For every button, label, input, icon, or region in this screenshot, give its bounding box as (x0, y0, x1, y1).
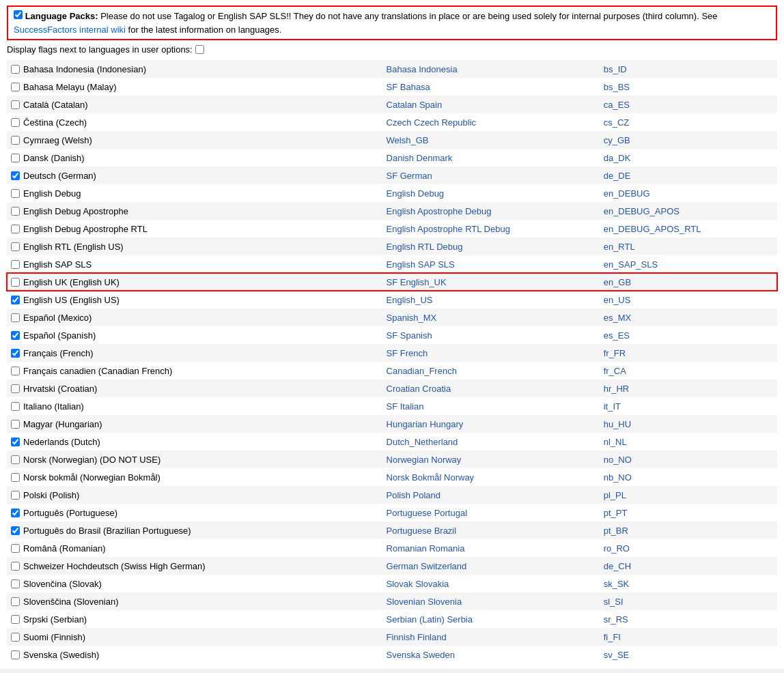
language-col3: sr_RS (600, 610, 777, 628)
language-checkbox[interactable] (11, 650, 20, 659)
language-checkbox[interactable] (11, 331, 20, 340)
language-row-label: Cymraeg (Welsh) (11, 135, 378, 145)
language-name: Magyar (Hungarian) (23, 419, 102, 429)
language-row-label: Español (Mexico) (11, 313, 378, 323)
language-checkbox[interactable] (11, 491, 20, 500)
language-col3: de_DE (600, 167, 777, 184)
language-checkbox[interactable] (11, 402, 20, 411)
language-checkbox[interactable] (11, 242, 20, 251)
table-row: Português (Portuguese)Portuguese Portuga… (7, 504, 777, 521)
language-row-label: Suomi (Finnish) (11, 632, 378, 642)
table-row: Čeština (Czech)Czech Czech Republiccs_CZ (7, 113, 777, 131)
language-checkbox[interactable] (11, 473, 20, 482)
language-checkbox[interactable] (11, 313, 20, 322)
language-checkbox[interactable] (11, 118, 20, 127)
language-col3: en_DEBUG (600, 184, 777, 202)
language-col2: Czech Czech Republic (382, 113, 600, 131)
language-packs-label: Language Packs: (25, 11, 98, 21)
table-row: Français (French)SF Frenchfr_FR (7, 344, 777, 362)
language-col2: Hungarian Hungary (382, 415, 600, 433)
language-checkbox[interactable] (11, 438, 20, 446)
language-checkbox[interactable] (11, 100, 20, 109)
language-col3: sk_SK (600, 575, 777, 592)
language-checkbox[interactable] (11, 189, 20, 198)
warning-body: Please do not use Tagalog or English SAP… (14, 11, 718, 35)
language-row-label: English RTL (English US) (11, 242, 378, 252)
display-flags-checkbox[interactable] (195, 45, 204, 54)
language-name: Slovenčina (Slovak) (23, 579, 102, 589)
language-checkbox[interactable] (11, 207, 20, 216)
language-row-label: Nederlands (Dutch) (11, 437, 378, 447)
table-row: Italiano (Italian)SF Italianit_IT (7, 397, 777, 415)
table-row: Norsk bokmål (Norwegian Bokmål)Norsk Bok… (7, 468, 777, 486)
table-row: Bahasa Indonesia (Indonesian)Bahasa Indo… (7, 60, 777, 78)
language-name: Suomi (Finnish) (23, 632, 85, 642)
language-row-label: Português do Brasil (Brazilian Portugues… (11, 526, 378, 536)
language-checkbox[interactable] (11, 562, 20, 571)
language-col3: it_IT (600, 397, 777, 415)
language-name: Español (Spanish) (23, 330, 96, 341)
language-col3: fr_FR (600, 344, 777, 362)
language-col3: fr_CA (600, 362, 777, 380)
language-row-label: Italiano (Italian) (11, 401, 378, 412)
language-col2: Catalan Spain (382, 96, 600, 113)
language-col2: Svenska Sweden (382, 646, 600, 663)
table-row: Norsk (Norwegian) (DO NOT USE)Norwegian … (7, 450, 777, 468)
table-row: Português do Brasil (Brazilian Portugues… (7, 521, 777, 539)
language-checkbox[interactable] (11, 455, 20, 464)
language-checkbox[interactable] (11, 260, 20, 269)
language-checkbox[interactable] (11, 579, 20, 588)
language-packs-checkbox[interactable] (14, 10, 23, 19)
wiki-link[interactable]: SuccessFactors internal wiki (14, 25, 126, 35)
language-checkbox[interactable] (11, 278, 20, 287)
language-row-label: Čeština (Czech) (11, 117, 378, 128)
language-checkbox[interactable] (11, 544, 20, 553)
table-row: English US (English US)English_USen_US (7, 291, 777, 309)
display-flags-text: Display flags next to languages in user … (7, 44, 193, 55)
language-name: English US (English US) (23, 295, 120, 305)
language-name: Italiano (Italian) (23, 401, 84, 412)
table-row: Español (Spanish)SF Spanishes_ES (7, 326, 777, 344)
language-row-label: Español (Spanish) (11, 330, 378, 341)
language-checkbox[interactable] (11, 367, 20, 375)
display-flags-section: Display flags next to languages in user … (7, 44, 777, 55)
language-checkbox[interactable] (11, 633, 20, 642)
table-row: Slovenščina (Slovenian)Slovenian Sloveni… (7, 592, 777, 610)
table-row: Română (Romanian)Romanian Romaniaro_RO (7, 539, 777, 557)
language-name: English Debug Apostrophe RTL (23, 224, 148, 234)
language-name: English Debug (23, 188, 81, 199)
language-checkbox[interactable] (11, 615, 20, 624)
language-checkbox[interactable] (11, 296, 20, 304)
language-name: Català (Catalan) (23, 100, 88, 110)
language-name: Français canadien (Canadian French) (23, 366, 172, 376)
language-checkbox[interactable] (11, 171, 20, 180)
display-flags-label: Display flags next to languages in user … (7, 44, 777, 55)
table-row: Español (Mexico)Spanish_MXes_MX (7, 309, 777, 326)
language-checkbox[interactable] (11, 225, 20, 233)
language-col3: ca_ES (600, 96, 777, 113)
language-checkbox[interactable] (11, 349, 20, 358)
language-checkbox[interactable] (11, 509, 20, 517)
language-checkbox[interactable] (11, 136, 20, 145)
language-col3: ro_RO (600, 539, 777, 557)
language-col2: Dutch_Netherland (382, 433, 600, 450)
language-checkbox[interactable] (11, 154, 20, 162)
language-name: English RTL (English US) (23, 242, 124, 252)
language-row-label: Bahasa Indonesia (Indonesian) (11, 64, 378, 74)
language-name: Bahasa Indonesia (Indonesian) (23, 64, 146, 74)
language-col3: sl_SI (600, 592, 777, 610)
language-checkbox[interactable] (11, 65, 20, 74)
language-checkbox[interactable] (11, 83, 20, 91)
language-checkbox[interactable] (11, 526, 20, 535)
table-row: Svenska (Swedish)Svenska Swedensv_SE (7, 646, 777, 663)
language-col2: SF German (382, 167, 600, 184)
language-name: Français (French) (23, 348, 94, 358)
language-checkbox[interactable] (11, 384, 20, 393)
language-checkbox[interactable] (11, 597, 20, 606)
language-row-label: English Debug (11, 188, 378, 199)
language-col2: Slovak Slovakia (382, 575, 600, 592)
language-col3: cs_CZ (600, 113, 777, 131)
language-name: Slovenščina (Slovenian) (23, 597, 118, 607)
table-row: Cymraeg (Welsh)Welsh_GBcy_GB (7, 131, 777, 149)
language-checkbox[interactable] (11, 420, 20, 429)
